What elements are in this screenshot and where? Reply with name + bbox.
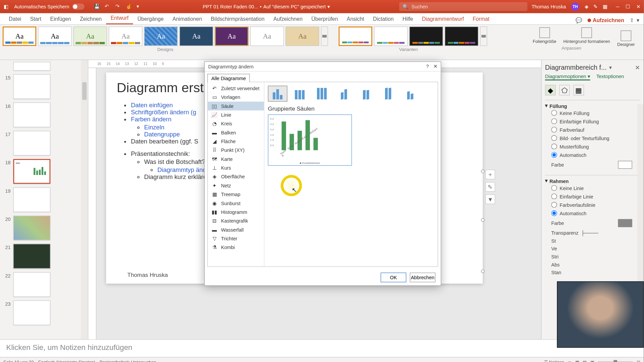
fit-window-icon[interactable]: ⊡ [637, 360, 640, 362]
cat-waterfall[interactable]: ▬Wasserfall [208, 225, 264, 234]
diamond-icon[interactable]: ◈ [585, 4, 588, 9]
cat-boxplot[interactable]: ⊟Kastengrafik [208, 217, 264, 225]
fill-color[interactable]: Farbe [545, 159, 640, 170]
theme-item[interactable]: Aa [285, 26, 319, 46]
subtype-clustered[interactable] [268, 86, 287, 102]
chevron-down-icon[interactable]: ▾ [327, 4, 330, 9]
border-gradient[interactable]: Farbverlaufslinie [545, 200, 640, 209]
thumbnails-scrollbar[interactable] [81, 60, 88, 339]
variant-gallery[interactable] [339, 26, 487, 46]
theme-item[interactable]: Aa [215, 26, 249, 46]
subtype-stacked[interactable] [290, 86, 310, 102]
size-icon[interactable]: ▦ [573, 85, 584, 96]
save-icon[interactable]: 💾 [94, 4, 100, 10]
transparency-row[interactable]: Transparenz├──── [545, 229, 640, 237]
user-avatar[interactable]: TH [571, 3, 579, 11]
user-name[interactable]: Thomas Hruska [532, 4, 566, 9]
record-button[interactable]: Aufzeichnen [585, 16, 627, 24]
border-section-toggle[interactable]: ▾ Rahmen [545, 178, 640, 184]
fill-auto[interactable]: Automatisch [545, 150, 640, 159]
cat-radar[interactable]: ✦Netz [208, 181, 264, 190]
reading-view-icon[interactable]: ▤ [583, 360, 587, 362]
tab-dictation[interactable]: Dictation [369, 14, 398, 24]
cat-bar[interactable]: ▬Balken [208, 128, 264, 137]
text-options-tab[interactable]: Textoptionen [596, 74, 624, 80]
cat-xy[interactable]: ⠿Punkt (XY) [208, 146, 264, 155]
cat-funnel[interactable]: ▽Trichter [208, 234, 264, 243]
maximize-button[interactable]: ☐ [626, 4, 630, 9]
border-none[interactable]: Keine Linie [545, 184, 640, 192]
dialog-close-button[interactable]: ✕ [433, 64, 437, 69]
tab-ueberpruefen[interactable]: Überprüfen [307, 14, 342, 24]
border-color[interactable]: Farbe [545, 217, 640, 229]
chart-brush-button[interactable]: ✎ [485, 182, 495, 192]
cat-stock[interactable]: ⊥Kurs [208, 164, 264, 172]
cat-templates[interactable]: ▭Vorlagen [208, 93, 264, 102]
tab-einfuegen[interactable]: Einfügen [46, 14, 75, 24]
fill-solid[interactable]: Einfarbige Füllung [545, 117, 640, 125]
fill-picture[interactable]: Bild- oder Texturfüllung [545, 134, 640, 142]
cat-treemap[interactable]: ▦Treemap [208, 190, 264, 199]
normal-view-icon[interactable]: ▭ [568, 360, 572, 362]
fill-pattern[interactable]: Musterfüllung [545, 142, 640, 150]
tab-zeichnen[interactable]: Zeichnen [75, 14, 106, 24]
tab-animationen[interactable]: Animationen [168, 14, 206, 24]
theme-item[interactable]: Aa [250, 26, 284, 46]
collapse-icon[interactable]: ▾ [609, 64, 612, 70]
tab-hilfe[interactable]: Hilfe [398, 14, 418, 24]
fill-none[interactable]: Keine Füllung [545, 109, 640, 117]
tab-start[interactable]: Start [25, 14, 46, 24]
cat-histogram[interactable]: ▮▮Histogramm [208, 207, 264, 216]
tab-format[interactable]: Format [468, 14, 494, 24]
format-background-button[interactable]: Hintergrund formatieren [561, 26, 613, 45]
theme-gallery[interactable]: Aa Aa Aa Aa Aa Aa Aa Aa Aa [3, 26, 328, 46]
dialog-tab-all[interactable]: Alle Diagramme [207, 74, 250, 82]
slide-thumbnails[interactable]: 15 16 17 18━━━ 19 20 21 22 23 [0, 60, 89, 339]
subtype-3dclustered[interactable] [334, 86, 354, 102]
autosave-toggle[interactable]: Automatisches Speichern [14, 4, 84, 10]
subtype-3dstacked100[interactable] [378, 86, 398, 102]
format-pane-close[interactable]: ✕ [635, 64, 640, 71]
effects-icon[interactable]: ⬠ [559, 85, 570, 96]
search-box[interactable]: 🔍 Suchen [399, 2, 527, 11]
touch-icon[interactable]: ☝ [126, 4, 132, 10]
variant-item[interactable] [445, 26, 478, 46]
fill-gradient[interactable]: Farbverlauf [545, 125, 640, 134]
cat-column[interactable]: ▯▯Säule [208, 102, 264, 110]
theme-item[interactable]: Aa [38, 26, 71, 46]
theme-item[interactable]: Aa [3, 26, 36, 46]
variant-item[interactable] [409, 26, 443, 46]
dropdown-icon[interactable]: ▾ [137, 4, 143, 10]
cat-pie[interactable]: ◔Kreis [208, 119, 264, 128]
subtype-3dstacked[interactable] [356, 86, 376, 102]
pen-icon[interactable]: ✎ [593, 4, 597, 9]
chart-options-tab[interactable]: Diagrammoptionen ▾ [545, 74, 590, 80]
chart-plus-button[interactable]: ＋ [485, 170, 495, 179]
tab-uebergaenge[interactable]: Übergänge [133, 14, 168, 24]
sorter-view-icon[interactable]: ▦ [575, 360, 579, 362]
tab-bildschirm[interactable]: Bildschirmpräsentation [206, 14, 269, 24]
tab-aufzeichnen[interactable]: Aufzeichnen [269, 14, 307, 24]
border-solid[interactable]: Einfarbige Linie [545, 192, 640, 200]
border-auto[interactable]: Automatisch [545, 209, 640, 217]
cat-surface[interactable]: ◈Oberfläche [208, 172, 264, 181]
cat-recent[interactable]: ↶Zuletzt verwendet [208, 84, 264, 93]
redo-icon[interactable]: ↷ [115, 4, 121, 10]
cat-map[interactable]: 🗺Karte [208, 155, 264, 163]
subtype-3dcolumn[interactable] [400, 86, 420, 102]
subtype-stacked100[interactable] [312, 86, 332, 102]
tab-diagrammentwurf[interactable]: Diagrammentwurf [418, 14, 468, 24]
minimize-button[interactable]: ─ [616, 4, 619, 9]
theme-item[interactable]: Aa [109, 26, 142, 46]
fill-section-toggle[interactable]: ▾ Füllung [545, 103, 640, 109]
variant-item[interactable] [374, 26, 408, 46]
accessibility-status[interactable]: Barrierefreiheit: Untersuchen [100, 360, 156, 362]
designer-button[interactable]: Designer [614, 26, 638, 50]
language-status[interactable]: Englisch (Vereinigte Staaten) [38, 360, 95, 362]
cat-area[interactable]: ◢Fläche [208, 137, 264, 146]
comments-icon[interactable]: 💬 [576, 17, 582, 23]
tab-ansicht[interactable]: Ansicht [342, 14, 369, 24]
share-icon[interactable]: ⇪ [630, 17, 634, 23]
cat-combo[interactable]: ⚗Kombi [208, 243, 264, 252]
theme-item[interactable]: Aa [144, 26, 178, 46]
